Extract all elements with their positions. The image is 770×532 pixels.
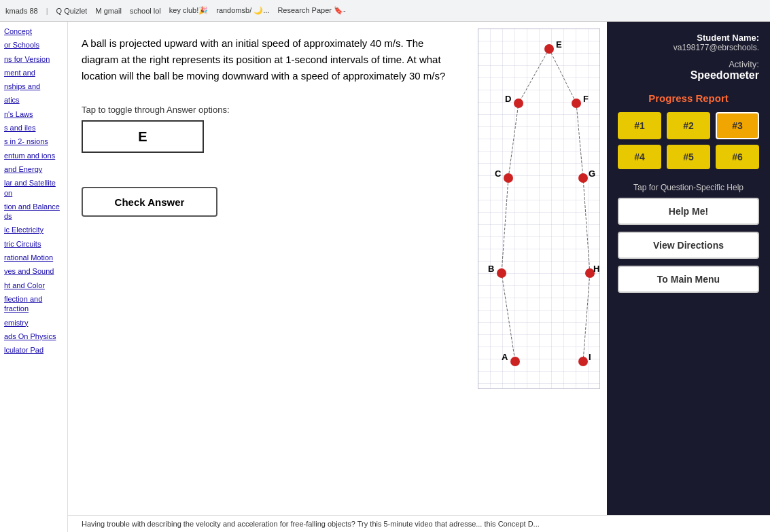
svg-point-15 (510, 357, 520, 366)
svg-text:G: G (589, 169, 595, 179)
sidebar-item-s-and-iles[interactable]: s and iles (0, 121, 67, 135)
sidebar-item-concept[interactable]: Concept (0, 24, 67, 38)
right-panel: Student Name: va198177@ebrschools. Activ… (607, 22, 770, 515)
svg-point-17 (578, 357, 588, 366)
sidebar-item-tric-circuits[interactable]: tric Circuits (0, 237, 67, 251)
progress-btn-5[interactable]: #5 (667, 145, 710, 169)
sidebar-item-entum-and[interactable]: entum and ions (0, 149, 67, 162)
svg-text:A: A (502, 352, 508, 362)
progress-btn-2[interactable]: #2 (667, 112, 710, 139)
svg-point-3 (514, 99, 523, 108)
svg-text:E: E (556, 39, 562, 50)
progress-btn-6[interactable]: #6 (716, 145, 759, 169)
progress-report-label: Progress Report (618, 92, 759, 104)
svg-text:H: H (593, 264, 599, 274)
svg-point-11 (497, 268, 506, 278)
sidebar-item-ves-and-sound[interactable]: ves and Sound (0, 264, 67, 278)
svg-point-5 (572, 99, 581, 108)
progress-btn-4[interactable]: #4 (618, 145, 661, 169)
view-directions-button[interactable]: View Directions (618, 232, 759, 259)
sidebar-item-calculator-pad[interactable]: lculator Pad (0, 343, 67, 357)
question-text: A ball is projected upward with an initi… (82, 35, 457, 84)
sidebar-item-and-energy[interactable]: and Energy (0, 162, 67, 176)
sidebar-item-ns-laws[interactable]: n's Laws (0, 107, 67, 121)
svg-point-1 (544, 44, 554, 54)
progress-grid: #1 #2 #3 #4 #5 #6 (618, 112, 759, 169)
sidebar: Concept or Schools ns for Version ment a… (0, 22, 68, 532)
question-panel: A ball is projected upward with an initi… (68, 22, 471, 515)
sidebar-item-ment-and[interactable]: ment and (0, 66, 67, 79)
tab-school[interactable]: school lol (130, 7, 161, 15)
sidebar-item-flection-fraction[interactable]: flection and fraction (0, 292, 67, 316)
sidebar-item-tion-balance[interactable]: tion and Balance ds (0, 200, 67, 224)
browser-bar: kmads 88 | Q Quizlet M gmail school lol … (0, 0, 770, 22)
sidebar-item-rational-motion[interactable]: rational Motion (0, 251, 67, 264)
svg-text:C: C (495, 169, 502, 179)
tab-keyclub[interactable]: key club!🎉 (169, 6, 208, 15)
tap-label: Tap to toggle through Answer options: (82, 105, 457, 115)
progress-btn-3[interactable]: #3 (716, 112, 759, 139)
trajectory-diagram: E D F C G B (478, 29, 600, 389)
check-answer-button[interactable]: Check Answer (82, 187, 217, 217)
answer-box[interactable]: E (82, 120, 204, 153)
student-name-label: Student Name: (618, 33, 759, 43)
progress-btn-1[interactable]: #1 (618, 112, 661, 139)
sidebar-item-lar-satellite[interactable]: lar and Satellite on (0, 176, 67, 200)
tab-randoms[interactable]: randomsb/ 🌙... (216, 6, 269, 15)
sidebar-item-or-schools[interactable]: or Schools (0, 38, 67, 52)
sidebar-item-emistry[interactable]: emistry (0, 316, 67, 330)
tab-quizlet[interactable]: Q Quizlet (56, 7, 88, 15)
to-main-menu-button[interactable]: To Main Menu (618, 266, 759, 293)
svg-text:B: B (488, 264, 494, 274)
help-label: Tap for Question-Specific Help (618, 183, 759, 192)
student-email: va198177@ebrschools. (618, 43, 759, 52)
sidebar-item-ns-version[interactable]: ns for Version (0, 52, 67, 66)
tab-research[interactable]: Research Paper 🔖- (277, 6, 345, 15)
activity-name: Speedometer (618, 69, 759, 82)
sidebar-item-ht-color[interactable]: ht and Color (0, 279, 67, 292)
sidebar-item-s-in-2[interactable]: s in 2- nsions (0, 135, 67, 148)
sidebar-item-nships-and[interactable]: nships and (0, 79, 67, 93)
diagram-panel: E D F C G B (471, 22, 607, 515)
svg-text:D: D (505, 94, 511, 104)
bottom-note: Having trouble with describing the veloc… (68, 515, 770, 532)
sidebar-item-atics[interactable]: atics (0, 93, 67, 107)
svg-text:I: I (589, 352, 591, 362)
svg-point-9 (578, 173, 588, 183)
tab-kmads[interactable]: kmads 88 (5, 7, 38, 15)
svg-point-7 (504, 173, 513, 183)
activity-label: Activity: (618, 59, 759, 69)
sidebar-item-ads-physics[interactable]: ads On Physics (0, 330, 67, 343)
svg-text:F: F (583, 94, 589, 104)
svg-rect-0 (478, 29, 600, 389)
tab-gmail[interactable]: M gmail (95, 7, 122, 15)
help-me-button[interactable]: Help Me! (618, 198, 759, 225)
sidebar-item-ic-electricity[interactable]: ic Electricity (0, 223, 67, 236)
